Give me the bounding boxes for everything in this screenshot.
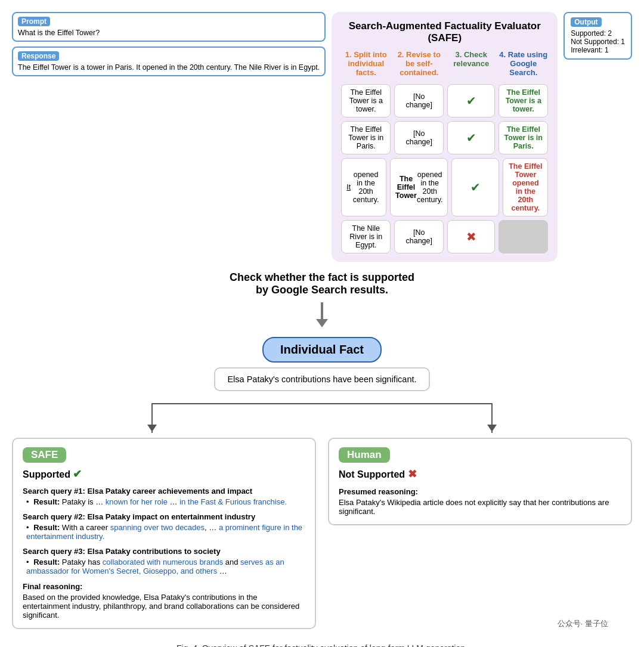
row2-check: ✔ (447, 121, 495, 154)
link-known-for-role: known for her role (106, 497, 168, 506)
caption-text: Fig. 4. Overview of SAFE for factuality … (12, 643, 632, 647)
col-header-4: 4. Rate using Google Search. (499, 50, 548, 81)
prompt-box: Prompt What is the Eiffel Tower? (12, 12, 326, 42)
row4-rated (499, 220, 548, 253)
final-reasoning-text: Based on the provided knowledge, Elsa Pa… (23, 593, 305, 620)
left-boxes: Prompt What is the Eiffel Tower? Respons… (12, 12, 326, 76)
individual-fact-badge: Individual Fact (262, 337, 382, 363)
individual-fact-box: Elsa Pataky's contributions have been si… (214, 367, 429, 391)
query1-label: Search query #1: Elsa Pataky career achi… (23, 487, 305, 496)
bottom-split: SAFE Supported ✔ Search query #1: Elsa P… (12, 438, 632, 629)
check-text: Check whether the fact is supportedby Go… (230, 271, 414, 296)
query1-result: • Result: Pataky is … known for her role… (26, 497, 305, 506)
row3-fact: It opened in the 20th century. (341, 158, 386, 216)
query2-result: • Result: With a career spanning over tw… (26, 523, 305, 541)
branch-arrows (12, 403, 632, 433)
checkmark-icon: ✔ (466, 94, 476, 108)
row1-check: ✔ (447, 84, 495, 117)
row3-rated: The Eiffel Tower opened in the 20th cent… (503, 158, 548, 216)
checkmark-icon: ✔ (470, 180, 481, 194)
output-line-3: Irrelevant: 1 (571, 46, 625, 54)
prompt-text: What is the Eiffel Tower? (18, 29, 320, 37)
checkmark-icon: ✔ (466, 131, 476, 145)
safe-result-label: SAFE (23, 447, 66, 463)
safe-panel-title: Search-Augmented Factuality Evaluator (S… (341, 20, 548, 44)
row2-fact: The Eiffel Tower is in Paris. (341, 121, 391, 154)
row3-check: ✔ (451, 158, 499, 216)
arrow-shaft (321, 302, 323, 319)
row1-rated: The Eiffel Tower is a tower. (499, 84, 548, 117)
response-label: Response (18, 51, 59, 61)
safe-result-header: SAFE (23, 447, 305, 463)
query2-label: Search query #2: Elsa Pataky impact on e… (23, 512, 305, 521)
human-reasoning-text: Elsa Pataky's Wikipedia article does not… (339, 498, 621, 516)
arrow-head (316, 319, 328, 327)
row4-revised: [No change] (394, 220, 444, 253)
human-result-header: Human (339, 447, 621, 463)
row4-check: ✖ (447, 220, 495, 253)
safe-result-status: Supported ✔ (23, 468, 305, 481)
caption: Fig. 4. Overview of SAFE for factuality … (12, 643, 632, 647)
branch-arrow-right (487, 425, 497, 432)
human-result-status: Not Supported ✖ (339, 468, 621, 481)
link-fast-furious: in the Fast & Furious franchise. (179, 497, 287, 506)
output-line-1: Supported: 2 (571, 29, 625, 38)
response-box: Response The Eiffel Tower is a tower in … (12, 47, 326, 76)
human-reasoning: Presumed reasoning: Elsa Pataky's Wikipe… (339, 487, 621, 516)
row3-revised: The Eiffel Tower opened in the 20th cent… (390, 158, 448, 216)
prompt-label: Prompt (18, 17, 50, 26)
down-arrow (316, 302, 328, 327)
human-result-box: Human Not Supported ✖ Presumed reasoning… (328, 438, 632, 525)
safe-panel: Search-Augmented Factuality Evaluator (S… (332, 12, 558, 262)
human-result-label: Human (339, 447, 390, 463)
branch-arrow-left (147, 425, 157, 432)
watermark: 公众号· 量子位 (558, 618, 608, 629)
output-line-2: Not Supported: 1 (571, 38, 625, 46)
output-box: Output Supported: 2 Not Supported: 1 Irr… (564, 12, 632, 60)
branch-line (151, 403, 493, 404)
top-section: Prompt What is the Eiffel Tower? Respons… (12, 12, 632, 262)
individual-fact-section: Individual Fact Elsa Pataky's contributi… (12, 337, 632, 391)
output-wrapper: Output Supported: 2 Not Supported: 1 Irr… (564, 12, 632, 60)
link-spanning-decades: spanning over two decades (110, 523, 205, 532)
middle-section: Check whether the fact is supportedby Go… (12, 271, 632, 327)
row1-revised: [No change] (394, 84, 444, 117)
row2-rated: The Eiffel Tower is in Paris. (499, 121, 548, 154)
response-text: The Eiffel Tower is a tower in Paris. It… (18, 63, 320, 72)
human-reasoning-label: Presumed reasoning: (339, 487, 418, 496)
row1-fact: The Eiffel Tower is a tower. (341, 84, 391, 117)
link-collaborated: collaborated with numerous brands (103, 558, 223, 566)
final-reasoning: Final reasoning: Based on the provided k… (23, 581, 305, 620)
not-supported-cross-icon: ✖ (408, 468, 417, 480)
col-header-2: 2. Revise to be self-contained. (394, 50, 444, 81)
output-label: Output (571, 17, 601, 27)
col-header-3: 3. Check relevance (447, 50, 495, 81)
query3-result: • Result: Pataky has collaborated with n… (26, 558, 305, 575)
col-header-1: 1. Split into individual facts. (341, 50, 391, 81)
supported-checkmark-icon: ✔ (73, 468, 82, 480)
final-reasoning-label: Final reasoning: (23, 582, 82, 591)
cross-icon: ✖ (466, 230, 476, 244)
query3-label: Search query #3: Elsa Pataky contributio… (23, 547, 305, 556)
row2-revised: [No change] (394, 121, 444, 154)
safe-result-box: SAFE Supported ✔ Search query #1: Elsa P… (12, 438, 316, 629)
row4-fact: The Nile River is in Egypt. (341, 220, 391, 253)
